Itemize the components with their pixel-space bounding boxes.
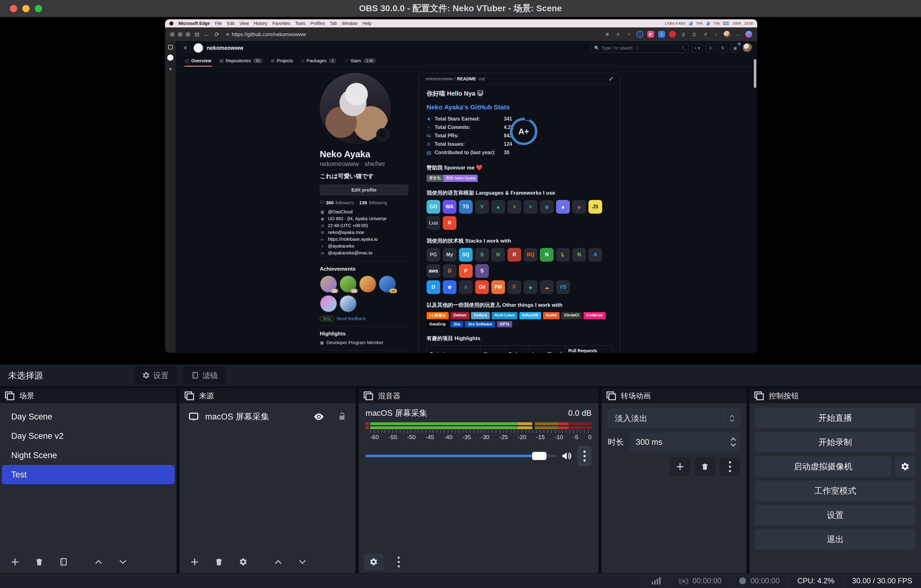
transition-properties-kebab-button[interactable] bbox=[719, 458, 740, 476]
stack-icon[interactable]: Git bbox=[475, 280, 489, 294]
stack-icon[interactable]: N bbox=[572, 248, 586, 262]
start-recording-button[interactable]: 开始录制 bbox=[755, 432, 915, 453]
github-login[interactable]: nekomeowww bbox=[207, 45, 244, 51]
volume-slider-handle[interactable] bbox=[532, 452, 547, 460]
transition-select[interactable]: 淡入淡出 bbox=[608, 409, 740, 428]
add-scene-button[interactable]: + bbox=[8, 555, 22, 569]
create-new-button[interactable]: + ▾ bbox=[692, 43, 703, 53]
shield-badge[interactable]: Auth0 bbox=[543, 312, 560, 319]
language-icon[interactable]: R bbox=[443, 216, 456, 230]
refresh-icon[interactable]: ⟳ bbox=[215, 31, 220, 37]
duration-value[interactable]: 300 ms bbox=[636, 437, 662, 447]
split-screen-icon[interactable]: ◫ bbox=[691, 31, 698, 38]
sources-panel-header[interactable]: 来源 bbox=[180, 388, 356, 403]
remove-source-button[interactable] bbox=[212, 555, 226, 569]
stack-icon[interactable]: VS bbox=[556, 280, 570, 294]
detail-text[interactable]: @ayakaneko bbox=[328, 244, 354, 249]
command-palette-icon[interactable]: >_ bbox=[679, 46, 686, 50]
stack-icon[interactable]: S bbox=[475, 248, 489, 262]
transitions-panel-header[interactable]: 转场动画 bbox=[602, 388, 746, 403]
pull-requests-icon[interactable]: ⇅ bbox=[718, 43, 727, 53]
language-icon[interactable]: ▲ bbox=[491, 200, 505, 213]
flag-extension-icon[interactable]: 1 bbox=[658, 31, 665, 38]
scene-list-item[interactable]: Night Scene bbox=[2, 446, 175, 465]
brackets-extension-icon[interactable]: {} bbox=[680, 31, 687, 38]
shield-badge[interactable]: [-] 阿里云 bbox=[426, 312, 449, 319]
issues-icon[interactable]: ⊙ bbox=[706, 43, 715, 53]
tab-packages[interactable]: ◇Packages1 bbox=[298, 55, 339, 66]
github-logo-icon[interactable] bbox=[194, 43, 203, 53]
scrollbar-thumb[interactable] bbox=[754, 59, 756, 88]
scene-list-item[interactable]: Test bbox=[2, 465, 175, 484]
achievement-badge[interactable] bbox=[359, 275, 376, 293]
github-search-input[interactable]: 🔍 Type / to search / >_ bbox=[591, 43, 689, 53]
scene-list-item[interactable]: Day Scene v2 bbox=[2, 426, 175, 446]
virtual-camera-settings-button[interactable] bbox=[895, 456, 915, 477]
more-menu-icon[interactable]: … bbox=[734, 31, 741, 38]
move-scene-down-button[interactable] bbox=[116, 555, 130, 569]
extension-pink-icon[interactable]: ◩ bbox=[647, 31, 654, 38]
onepassword-icon[interactable]: 0 bbox=[636, 31, 643, 38]
macos-traffic-lights[interactable] bbox=[10, 5, 42, 12]
browser-profile-avatar[interactable] bbox=[724, 31, 731, 38]
close-window-icon[interactable] bbox=[10, 5, 17, 12]
settings-button[interactable]: 设置 bbox=[755, 505, 915, 525]
achievement-badge[interactable]: x4 bbox=[379, 275, 396, 293]
source-lock-icon[interactable] bbox=[337, 412, 347, 421]
language-icon[interactable]: ≋ bbox=[540, 200, 553, 213]
language-icon[interactable]: WA bbox=[443, 200, 456, 213]
language-icon[interactable]: Lua bbox=[426, 216, 440, 230]
volume-slider[interactable] bbox=[366, 455, 556, 457]
detail-text[interactable]: neko@ayaka.moe bbox=[328, 230, 364, 235]
exit-button[interactable]: 退出 bbox=[755, 529, 915, 550]
shield-badge[interactable]: CircleCI bbox=[561, 312, 582, 319]
stack-icon[interactable]: ◆ bbox=[524, 280, 537, 294]
stack-icon[interactable]: RQ bbox=[524, 248, 537, 262]
stack-icon[interactable]: PG bbox=[426, 248, 440, 262]
language-icon[interactable]: ◈ bbox=[572, 200, 586, 213]
stack-icon[interactable]: PM bbox=[491, 280, 505, 294]
stack-icon[interactable]: M bbox=[491, 248, 505, 262]
start-streaming-button[interactable]: 开始直播 bbox=[755, 408, 915, 428]
stack-icon[interactable]: SQ bbox=[459, 248, 473, 262]
stack-icon[interactable]: S bbox=[475, 264, 489, 278]
stack-icon[interactable]: ⑃ bbox=[459, 280, 473, 294]
shield-badge[interactable]: DataGrip bbox=[426, 321, 449, 327]
stack-icon[interactable]: P bbox=[459, 264, 473, 278]
controls-panel-header[interactable]: 控制按钮 bbox=[749, 388, 921, 403]
achievement-badge[interactable]: x2 bbox=[339, 275, 357, 293]
address-bar[interactable]: ⬘ https://github.com/nekomeowww bbox=[226, 31, 306, 37]
shield-badge[interactable]: Debian bbox=[451, 312, 469, 319]
readme-filename[interactable]: README bbox=[457, 76, 476, 81]
read-aloud-icon[interactable]: A bbox=[615, 31, 622, 38]
stack-icon[interactable]: My bbox=[443, 248, 456, 262]
language-icon[interactable]: ▲ bbox=[556, 200, 570, 213]
edit-readme-pencil-icon[interactable] bbox=[609, 76, 614, 81]
detail-text[interactable]: UG 892 - β4, Ayaka Universe bbox=[328, 216, 387, 221]
add-transition-button[interactable]: + bbox=[670, 458, 690, 476]
achievement-badge[interactable]: x2 bbox=[320, 275, 337, 293]
minimize-window-icon[interactable] bbox=[23, 5, 29, 12]
move-scene-up-button[interactable] bbox=[91, 555, 105, 569]
favorite-star-icon[interactable]: ☆ bbox=[625, 31, 632, 38]
speaker-icon[interactable] bbox=[561, 450, 572, 461]
advanced-audio-properties-button[interactable] bbox=[364, 554, 384, 570]
stack-icon[interactable]: F bbox=[508, 280, 521, 294]
stack-icon[interactable]: ☸ bbox=[443, 280, 456, 294]
scene-list-item[interactable]: Day Scene bbox=[2, 407, 175, 426]
extensions-cube-icon[interactable]: ⧉ bbox=[195, 31, 199, 37]
stack-icon[interactable]: R bbox=[508, 248, 521, 262]
github-favicon[interactable] bbox=[167, 54, 173, 61]
remove-scene-button[interactable] bbox=[33, 555, 46, 569]
source-settings-button[interactable]: 设置 bbox=[134, 366, 177, 384]
followers-line[interactable]: ⚇ 360followers · 139following bbox=[320, 200, 408, 205]
remove-transition-button[interactable] bbox=[695, 458, 715, 476]
tab-actions-icon[interactable] bbox=[168, 45, 173, 49]
start-virtual-camera-button[interactable]: 启动虚拟摄像机 bbox=[755, 456, 891, 477]
readme-path-user[interactable]: nekomeowww bbox=[425, 76, 453, 81]
achievement-badge[interactable] bbox=[339, 295, 357, 313]
tab-stars[interactable]: ☆Stars1.4k bbox=[341, 55, 379, 66]
source-name[interactable]: macOS 屏幕采集 bbox=[205, 411, 269, 422]
detail-text[interactable]: @ayakaneko@mas.to bbox=[328, 251, 373, 256]
shield-badge[interactable]: Fedora bbox=[471, 312, 490, 319]
